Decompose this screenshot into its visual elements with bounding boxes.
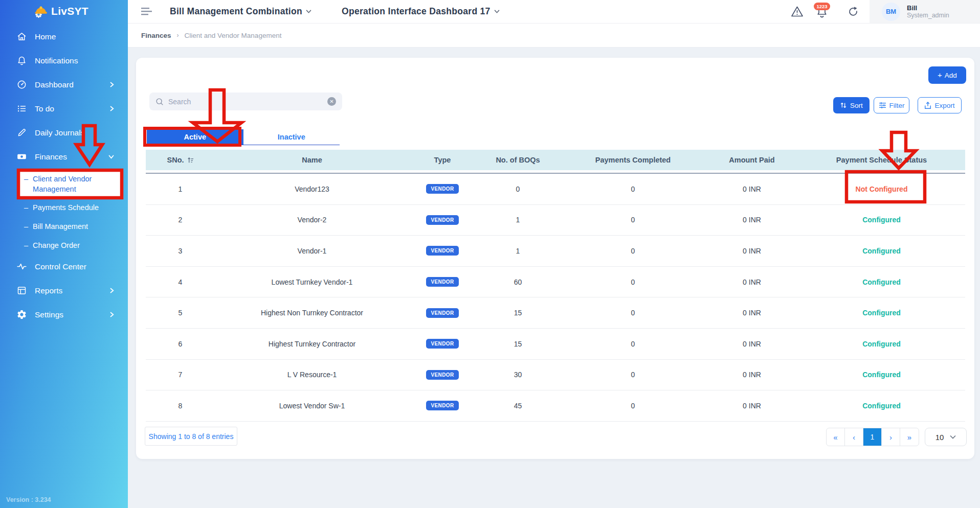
- column-sno[interactable]: SNo.: [146, 156, 215, 164]
- cell-payments-completed: 0: [560, 371, 706, 379]
- clear-search-icon[interactable]: ✕: [327, 97, 336, 106]
- column-payments-completed[interactable]: Payments Completed: [560, 156, 706, 164]
- sidebar-item-notifications[interactable]: Notifications: [0, 49, 128, 73]
- table-row[interactable]: 1Vendor123VENDOR000 INRNot Configured: [146, 174, 965, 205]
- cell-status: Configured: [798, 247, 965, 255]
- table-row[interactable]: 8Lowest Vendor Sw-1VENDOR4500 INRConfigu…: [146, 390, 965, 422]
- sidebar-subitem-change-order[interactable]: –Change Order: [0, 236, 128, 255]
- breadcrumb-parent[interactable]: Finances: [141, 32, 171, 39]
- cell-payments-completed: 0: [560, 340, 706, 348]
- column-name[interactable]: Name: [215, 156, 409, 164]
- menu-icon[interactable]: [141, 7, 152, 16]
- chevron-right-icon: [110, 82, 114, 87]
- table-row[interactable]: 3Vendor-1VENDOR100 INRConfigured: [146, 236, 965, 267]
- page-size-select[interactable]: 10: [925, 428, 967, 446]
- sidebar-item-home[interactable]: Home: [0, 25, 128, 49]
- sidebar-item-label: To do: [35, 104, 54, 113]
- sort-asc-icon[interactable]: [187, 157, 194, 164]
- cell-status: Configured: [798, 371, 965, 379]
- sort-icon: [840, 102, 847, 109]
- sidebar-item-daily-journals[interactable]: Daily Journals: [0, 121, 128, 145]
- table-header: SNo. Name Type No. of BOQs Payments Comp…: [146, 150, 965, 170]
- vendor-type-badge: VENDOR: [426, 401, 458, 410]
- cell-name: L V Resource-1: [215, 371, 409, 379]
- breadcrumb: Finances › Client and Vendor Management: [128, 24, 980, 48]
- search-input[interactable]: Search ✕: [149, 93, 342, 110]
- cell-status: Not Configured: [798, 185, 965, 193]
- tab-strip: Active Inactive: [147, 129, 340, 145]
- refresh-icon[interactable]: [847, 6, 859, 18]
- tab-active[interactable]: Active: [147, 129, 243, 145]
- last-page-button[interactable]: »: [900, 428, 919, 446]
- cell-sno: 8: [146, 402, 215, 410]
- cell-boqs: 15: [476, 340, 560, 348]
- chevron-right-icon: [110, 288, 114, 293]
- next-page-button[interactable]: ›: [882, 428, 900, 446]
- chevron-down-icon: [306, 10, 311, 13]
- table-row[interactable]: 2Vendor-2VENDOR100 INRConfigured: [146, 205, 965, 236]
- user-panel[interactable]: BM Bill System_admin: [870, 0, 980, 23]
- cell-sno: 6: [146, 340, 215, 348]
- filter-button[interactable]: Filter: [874, 97, 909, 113]
- table-row[interactable]: 5Highest Non Turnkey ContractorVENDOR150…: [146, 297, 965, 329]
- prev-page-button[interactable]: ‹: [845, 428, 863, 446]
- cell-name: Highest Turnkey Contractor: [215, 340, 409, 348]
- dashboard-dropdown[interactable]: Operation Interface Dashboard 17: [342, 0, 500, 23]
- vendor-type-badge: VENDOR: [426, 184, 458, 194]
- warning-icon[interactable]: [791, 6, 804, 17]
- sidebar-item-control-center[interactable]: Control Center: [0, 255, 128, 279]
- sidebar-item-label: Home: [35, 32, 56, 41]
- vendor-type-badge: VENDOR: [426, 246, 458, 256]
- page-1-button[interactable]: 1: [863, 428, 882, 446]
- cell-type: VENDOR: [409, 215, 476, 225]
- sidebar-item-reports[interactable]: Reports: [0, 279, 128, 303]
- table-row[interactable]: 7L V Resource-1VENDOR3000 INRConfigured: [146, 360, 965, 391]
- cell-boqs: 15: [476, 309, 560, 317]
- tab-inactive[interactable]: Inactive: [243, 129, 340, 145]
- cell-payments-completed: 0: [560, 402, 706, 410]
- table-body: 1Vendor123VENDOR000 INRNot Configured2Ve…: [146, 173, 965, 422]
- sidebar-subitem-client-and-vendor-management[interactable]: –Client and Vendor Management: [18, 170, 122, 198]
- cell-payments-completed: 0: [560, 185, 706, 193]
- search-placeholder: Search: [168, 98, 327, 106]
- cell-type: VENDOR: [409, 308, 476, 318]
- sidebar-item-to-do[interactable]: To do: [0, 97, 128, 121]
- activity-icon: [16, 261, 27, 272]
- cell-amount-paid: 0 INR: [706, 185, 798, 193]
- dashboard-icon: [16, 79, 27, 90]
- vendor-type-badge: VENDOR: [426, 339, 458, 349]
- cell-amount-paid: 0 INR: [706, 402, 798, 410]
- sidebar-item-finances[interactable]: Finances: [0, 145, 128, 169]
- cell-name: Lowest Turnkey Vendor-1: [215, 278, 409, 286]
- first-page-button[interactable]: «: [827, 428, 845, 446]
- table-row[interactable]: 6Highest Turnkey ContractorVENDOR1500 IN…: [146, 329, 965, 360]
- version-label: Version : 3.234: [6, 496, 51, 503]
- column-boqs[interactable]: No. of BOQs: [476, 156, 560, 164]
- sidebar-item-dashboard[interactable]: Dashboard: [0, 73, 128, 97]
- pagination: «‹1›»: [826, 428, 919, 446]
- column-type[interactable]: Type: [409, 156, 476, 164]
- cell-amount-paid: 0 INR: [706, 216, 798, 224]
- cell-type: VENDOR: [409, 184, 476, 194]
- sidebar-item-label: Daily Journals: [35, 128, 84, 137]
- project-dropdown[interactable]: Bill Management Combination: [170, 0, 311, 23]
- cell-type: VENDOR: [409, 246, 476, 256]
- cell-type: VENDOR: [409, 277, 476, 287]
- vendor-type-badge: VENDOR: [426, 370, 458, 380]
- sidebar-subitem-bill-management[interactable]: –Bill Management: [0, 217, 128, 236]
- search-icon: [155, 98, 164, 106]
- add-button[interactable]: + Add: [928, 66, 966, 84]
- cell-status: Configured: [798, 216, 965, 224]
- sidebar-item-settings[interactable]: Settings: [0, 303, 128, 327]
- finances-submenu: –Client and Vendor Management–Payments S…: [0, 170, 128, 255]
- cell-name: Highest Non Turnkey Contractor: [215, 309, 409, 317]
- export-button[interactable]: Export: [918, 97, 962, 113]
- column-amount-paid[interactable]: Amount Paid: [706, 156, 798, 164]
- column-payment-schedule-status[interactable]: Payment Schedule Status: [798, 156, 965, 164]
- sort-button[interactable]: Sort: [833, 97, 870, 113]
- sidebar-subitem-payments-schedule[interactable]: –Payments Schedule: [0, 198, 128, 217]
- dash-bullet: –: [24, 174, 28, 184]
- cell-boqs: 1: [476, 247, 560, 255]
- sidebar-subitem-label: Change Order: [33, 241, 80, 249]
- table-row[interactable]: 4Lowest Turnkey Vendor-1VENDOR6000 INRCo…: [146, 267, 965, 298]
